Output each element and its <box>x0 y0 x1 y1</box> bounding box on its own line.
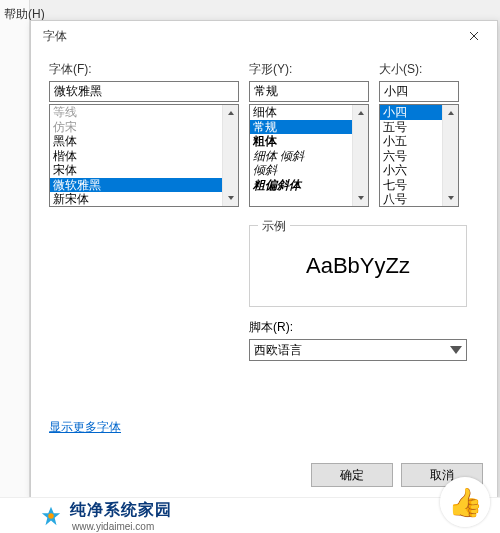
brand-url: www.yidaimei.com <box>72 521 172 532</box>
close-icon <box>469 31 479 41</box>
font-input[interactable] <box>49 81 239 102</box>
size-input[interactable] <box>379 81 459 102</box>
scroll-down-button[interactable] <box>223 190 238 206</box>
chevron-down-icon <box>448 342 464 358</box>
scrollbar[interactable] <box>222 105 238 206</box>
scrollbar[interactable] <box>442 105 458 206</box>
font-dialog: 字体 字体(F): 等线 仿宋 黑体 楷体 宋体 微软雅黑 新宋体 <box>30 20 498 498</box>
thumbs-up-icon: 👍 <box>448 486 483 519</box>
font-label: 字体(F): <box>49 61 239 78</box>
list-item[interactable]: 小五 <box>380 134 442 149</box>
list-item[interactable]: 黑体 <box>50 134 222 149</box>
list-item[interactable]: 细体 倾斜 <box>250 149 352 164</box>
list-item[interactable]: 细体 <box>250 105 352 120</box>
sample-groupbox: 示例 AaBbYyZz <box>249 225 467 307</box>
parent-window-edge <box>0 0 30 500</box>
list-item[interactable]: 小六 <box>380 163 442 178</box>
scrollbar[interactable] <box>352 105 368 206</box>
scroll-up-button[interactable] <box>443 105 458 121</box>
size-column: 大小(S): 小四 五号 小五 六号 小六 七号 八号 <box>379 61 459 207</box>
scroll-up-button[interactable] <box>353 105 368 121</box>
script-combobox[interactable]: 西欧语言 <box>249 339 467 361</box>
list-item[interactable]: 仿宋 <box>50 120 222 135</box>
list-item[interactable]: 等线 <box>50 105 222 120</box>
size-label: 大小(S): <box>379 61 459 78</box>
font-listbox[interactable]: 等线 仿宋 黑体 楷体 宋体 微软雅黑 新宋体 <box>49 104 239 207</box>
list-item[interactable]: 微软雅黑 <box>50 178 222 193</box>
list-item[interactable]: 常规 <box>250 120 352 135</box>
titlebar: 字体 <box>31 21 497 51</box>
style-label: 字形(Y): <box>249 61 369 78</box>
style-column: 字形(Y): 细体 常规 粗体 细体 倾斜 倾斜 粗偏斜体 <box>249 61 369 207</box>
watermark-bar: 纯净系统家园 www.yidaimei.com <box>0 497 500 533</box>
brand-logo-icon <box>40 505 62 527</box>
list-item[interactable]: 楷体 <box>50 149 222 164</box>
more-fonts-link[interactable]: 显示更多字体 <box>49 419 121 436</box>
brand-name: 纯净系统家园 <box>70 500 172 521</box>
style-input[interactable] <box>249 81 369 102</box>
list-item[interactable]: 七号 <box>380 178 442 193</box>
scroll-down-button[interactable] <box>443 190 458 206</box>
style-listbox[interactable]: 细体 常规 粗体 细体 倾斜 倾斜 粗偏斜体 <box>249 104 369 207</box>
sample-label: 示例 <box>258 218 290 235</box>
script-label: 脚本(R): <box>249 319 467 336</box>
list-item[interactable]: 小四 <box>380 105 442 120</box>
script-value: 西欧语言 <box>254 342 302 359</box>
list-item[interactable]: 新宋体 <box>50 192 222 206</box>
scroll-up-button[interactable] <box>223 105 238 121</box>
list-item[interactable]: 六号 <box>380 149 442 164</box>
list-item[interactable]: 倾斜 <box>250 163 352 178</box>
font-column: 字体(F): 等线 仿宋 黑体 楷体 宋体 微软雅黑 新宋体 <box>49 61 239 207</box>
list-item[interactable]: 粗体 <box>250 134 352 149</box>
scroll-down-button[interactable] <box>353 190 368 206</box>
recommend-badge: 👍 <box>440 477 490 527</box>
list-item[interactable]: 八号 <box>380 192 442 206</box>
script-row: 脚本(R): 西欧语言 <box>249 319 467 361</box>
sample-text: AaBbYyZz <box>250 226 466 306</box>
list-item[interactable]: 粗偏斜体 <box>250 178 352 193</box>
size-listbox[interactable]: 小四 五号 小五 六号 小六 七号 八号 <box>379 104 459 207</box>
dialog-title: 字体 <box>43 28 67 45</box>
list-item[interactable]: 五号 <box>380 120 442 135</box>
list-item[interactable]: 宋体 <box>50 163 222 178</box>
close-button[interactable] <box>459 24 489 48</box>
ok-button[interactable]: 确定 <box>311 463 393 487</box>
svg-point-0 <box>48 513 54 519</box>
